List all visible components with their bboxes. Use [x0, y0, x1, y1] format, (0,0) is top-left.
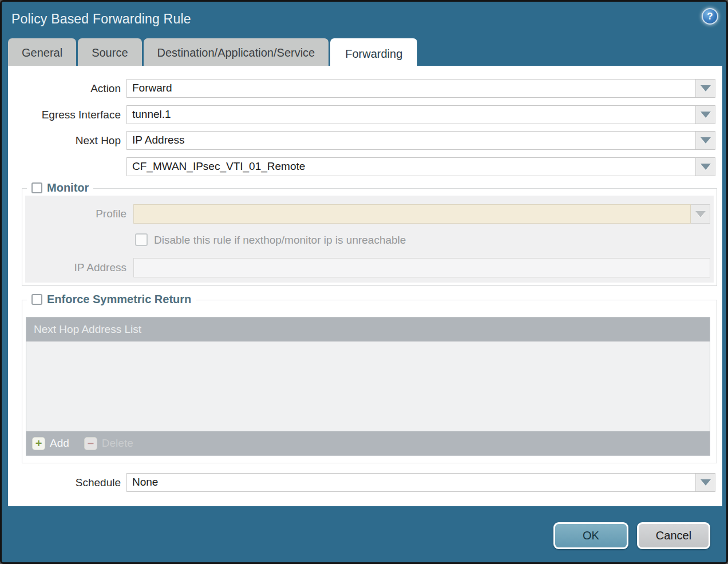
- action-select[interactable]: Forward: [126, 79, 715, 98]
- tab-destination-application-service[interactable]: Destination/Application/Service: [144, 38, 329, 67]
- next-hop-address-select[interactable]: CF_MWAN_IPsec_VTI_01_Remote: [126, 157, 715, 176]
- chevron-down-icon: [701, 479, 711, 486]
- schedule-label: Schedule: [8, 473, 121, 492]
- next-hop-label: Next Hop: [8, 131, 121, 150]
- add-button[interactable]: + Add: [32, 437, 69, 450]
- egress-interface-dropdown-button[interactable]: [695, 106, 715, 124]
- monitor-checkbox[interactable]: [31, 182, 42, 193]
- profile-dropdown-button: [691, 204, 710, 224]
- next-hop-address-list-header: Next Hop Address List: [26, 317, 710, 341]
- next-hop-address-table: Next Hop Address List + Add − Delete: [26, 317, 710, 456]
- action-value: Forward: [127, 80, 695, 97]
- dialog-title: Policy Based Forwarding Rule: [11, 11, 191, 27]
- minus-icon: −: [84, 437, 97, 450]
- monitor-title-label: Monitor: [47, 181, 89, 194]
- enforce-symmetric-return-title-label: Enforce Symmetric Return: [47, 293, 191, 306]
- egress-interface-value: tunnel.1: [127, 106, 695, 124]
- disable-rule-checkbox: [135, 233, 148, 246]
- egress-interface-select[interactable]: tunnel.1: [126, 105, 715, 124]
- disable-rule-label: Disable this rule if nexthop/monitor ip …: [154, 233, 406, 247]
- tab-bar: General Source Destination/Application/S…: [8, 38, 417, 70]
- action-dropdown-button[interactable]: [695, 80, 715, 97]
- next-hop-address-dropdown-button[interactable]: [695, 158, 715, 176]
- dialog-titlebar: Policy Based Forwarding Rule ?: [2, 2, 726, 37]
- profile-select: [133, 204, 710, 224]
- schedule-value: None: [127, 474, 695, 491]
- monitor-ip-address-label: IP Address: [22, 258, 126, 277]
- profile-label: Profile: [22, 204, 126, 224]
- help-glyph: ?: [707, 11, 713, 21]
- tab-forwarding[interactable]: Forwarding: [330, 38, 417, 70]
- plus-icon: +: [32, 437, 45, 450]
- schedule-select[interactable]: None: [126, 473, 715, 492]
- cancel-button[interactable]: Cancel: [637, 522, 710, 549]
- enforce-symmetric-return-group: Enforce Symmetric Return Next Hop Addres…: [22, 300, 717, 463]
- next-hop-type-select[interactable]: IP Address: [126, 131, 715, 150]
- monitor-ip-address-input: [133, 258, 710, 277]
- tab-source[interactable]: Source: [78, 38, 141, 67]
- enforce-symmetric-return-checkbox[interactable]: [31, 294, 42, 305]
- monitor-group: Monitor Profile Disable this rule if nex…: [22, 188, 717, 286]
- enforce-symmetric-return-group-title: Enforce Symmetric Return: [27, 293, 196, 306]
- forwarding-tab-panel: Action Forward Egress Interface tunnel.1…: [8, 66, 722, 506]
- chevron-down-icon: [695, 211, 706, 217]
- help-icon[interactable]: ?: [702, 8, 718, 25]
- action-label: Action: [8, 79, 121, 98]
- profile-value: [133, 204, 691, 224]
- ok-button[interactable]: OK: [553, 522, 628, 549]
- next-hop-address-value: CF_MWAN_IPsec_VTI_01_Remote: [127, 158, 695, 176]
- schedule-dropdown-button[interactable]: [695, 474, 715, 491]
- next-hop-type-dropdown-button[interactable]: [695, 132, 715, 149]
- chevron-down-icon: [701, 112, 711, 118]
- next-hop-address-table-body[interactable]: [26, 341, 710, 431]
- next-hop-address-table-toolbar: + Add − Delete: [26, 431, 710, 455]
- chevron-down-icon: [701, 85, 711, 92]
- next-hop-type-value: IP Address: [127, 132, 695, 149]
- chevron-down-icon: [701, 164, 711, 170]
- add-button-label: Add: [50, 437, 69, 450]
- monitor-group-title: Monitor: [27, 181, 93, 194]
- delete-button: − Delete: [84, 437, 133, 450]
- tab-general[interactable]: General: [8, 38, 76, 67]
- policy-based-forwarding-dialog: Policy Based Forwarding Rule ? General S…: [0, 0, 728, 564]
- egress-interface-label: Egress Interface: [8, 105, 121, 124]
- delete-button-label: Delete: [102, 437, 133, 450]
- chevron-down-icon: [701, 137, 711, 144]
